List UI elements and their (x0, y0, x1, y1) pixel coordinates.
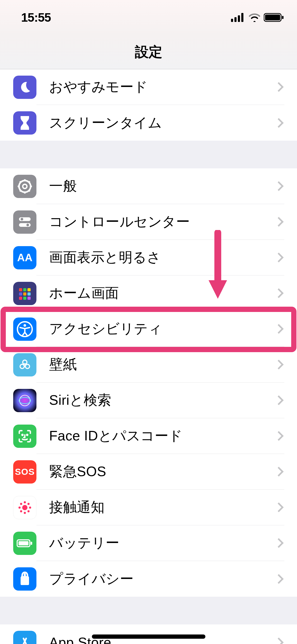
svg-point-40 (22, 505, 27, 510)
section-gap (0, 141, 297, 168)
chevron-right-icon (274, 574, 284, 584)
svg-rect-6 (282, 16, 284, 19)
svg-rect-27 (19, 297, 22, 300)
nav-header: 設定 (0, 35, 297, 69)
status-bar: 15:55 (0, 0, 297, 35)
app-store-icon (13, 631, 36, 644)
settings-group-1: 一般 コントロールセンター AA 画面表示と明るさ ホーム画面 アクセシビリティ (0, 168, 297, 597)
row-battery[interactable]: バッテリー (0, 525, 297, 561)
row-label: コントロールセンター (49, 213, 275, 231)
svg-point-36 (20, 395, 30, 406)
row-label: 接触通知 (49, 498, 275, 517)
row-label: おやすみモード (49, 78, 275, 96)
sos-icon: SOS (13, 460, 36, 484)
row-siri-search[interactable]: Siriと検索 (0, 383, 297, 418)
svg-rect-51 (31, 542, 32, 545)
row-label: スクリーンタイム (49, 114, 275, 132)
svg-rect-2 (238, 15, 240, 22)
home-screen-icon (13, 282, 36, 305)
chevron-right-icon (274, 395, 284, 405)
chevron-right-icon (274, 288, 284, 298)
row-label: 壁紙 (49, 355, 275, 374)
row-home-screen[interactable]: ホーム画面 (0, 275, 297, 311)
svg-rect-23 (27, 288, 31, 291)
svg-rect-1 (234, 17, 237, 22)
svg-rect-28 (23, 297, 26, 300)
chevron-right-icon (274, 637, 284, 644)
control-center-icon (13, 210, 36, 234)
row-label: 一般 (49, 177, 275, 195)
svg-rect-26 (27, 292, 31, 296)
row-label: アクセシビリティ (49, 320, 275, 338)
svg-point-38 (22, 434, 23, 435)
exposure-icon (13, 496, 36, 519)
gear-icon (13, 175, 36, 198)
battery-icon (264, 13, 284, 22)
chevron-right-icon (274, 431, 284, 441)
chevron-right-icon (274, 360, 284, 370)
row-do-not-disturb[interactable]: おやすみモード (0, 69, 297, 105)
display-icon: AA (13, 246, 36, 269)
svg-rect-29 (27, 297, 31, 300)
row-display-brightness[interactable]: AA 画面表示と明るさ (0, 240, 297, 275)
row-label: Siriと検索 (49, 391, 275, 410)
svg-rect-21 (19, 288, 22, 291)
row-label: 緊急SOS (49, 462, 275, 481)
svg-point-42 (24, 512, 26, 514)
svg-rect-52 (21, 577, 29, 585)
svg-point-37 (19, 397, 31, 404)
chevron-right-icon (274, 217, 284, 227)
chevron-right-icon (274, 503, 284, 512)
svg-line-14 (29, 190, 30, 191)
moon-icon (13, 76, 36, 99)
row-app-store[interactable]: App Store (0, 624, 297, 644)
row-label: プライバシー (49, 570, 275, 588)
row-accessibility[interactable]: アクセシビリティ (0, 311, 297, 347)
svg-point-46 (27, 503, 30, 505)
row-face-id-passcode[interactable]: Face IDとパスコード (0, 418, 297, 454)
section-gap (0, 597, 297, 624)
row-general[interactable]: 一般 (0, 168, 297, 204)
settings-group-0: おやすみモード スクリーンタイム (0, 69, 297, 141)
face-id-icon (13, 425, 36, 448)
accessibility-icon (13, 318, 36, 341)
svg-rect-3 (241, 13, 243, 22)
home-indicator[interactable] (92, 634, 205, 639)
chevron-right-icon (274, 181, 284, 191)
privacy-icon (13, 567, 36, 591)
chevron-right-icon (274, 253, 284, 263)
svg-point-20 (26, 224, 29, 226)
svg-rect-25 (23, 292, 26, 296)
battery-settings-icon (13, 532, 36, 555)
status-indicators (231, 13, 284, 22)
svg-point-31 (23, 324, 26, 327)
svg-point-41 (24, 501, 26, 503)
cellular-icon (231, 13, 245, 22)
row-control-center[interactable]: コントロールセンター (0, 204, 297, 240)
hourglass-icon (13, 111, 36, 135)
svg-rect-22 (23, 288, 26, 291)
svg-point-45 (20, 503, 22, 505)
svg-point-8 (23, 184, 27, 188)
settings-group-2: App Store (0, 624, 297, 644)
row-wallpaper[interactable]: 壁紙 (0, 347, 297, 383)
row-privacy[interactable]: プライバシー (0, 561, 297, 597)
row-label: ホーム画面 (49, 284, 275, 302)
svg-point-43 (18, 507, 21, 509)
chevron-right-icon (274, 118, 284, 128)
chevron-right-icon (274, 82, 284, 92)
row-emergency-sos[interactable]: SOS 緊急SOS (0, 454, 297, 490)
svg-point-47 (20, 510, 22, 512)
svg-point-39 (27, 434, 28, 435)
wifi-icon (248, 13, 261, 22)
svg-rect-24 (19, 292, 22, 296)
siri-icon (13, 389, 36, 412)
row-screen-time[interactable]: スクリーンタイム (0, 105, 297, 141)
svg-point-48 (27, 510, 30, 512)
svg-rect-0 (231, 19, 233, 22)
chevron-right-icon (274, 538, 284, 548)
row-label: Face IDとパスコード (49, 427, 275, 445)
row-exposure-notification[interactable]: 接触通知 (0, 490, 297, 525)
svg-rect-50 (18, 541, 29, 545)
svg-line-16 (20, 190, 21, 191)
